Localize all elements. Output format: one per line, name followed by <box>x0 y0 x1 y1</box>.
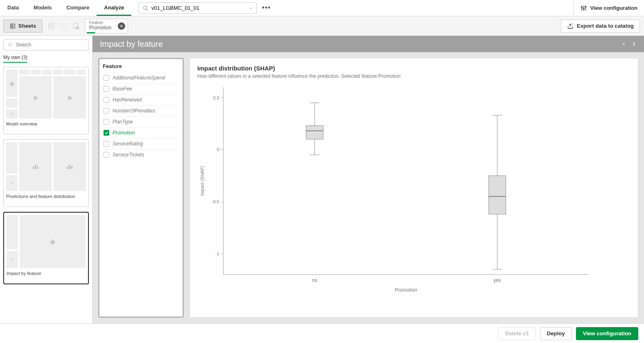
search-icon <box>142 5 149 11</box>
svg-point-7 <box>585 6 586 7</box>
tab-analyze[interactable]: Analyze <box>97 0 131 16</box>
svg-point-0 <box>143 6 147 9</box>
svg-text:no: no <box>312 277 318 283</box>
sidebar-search-input[interactable] <box>16 42 85 48</box>
sheets-button-label: Sheets <box>18 23 36 29</box>
view-configuration-button[interactable]: View configuration <box>576 327 638 340</box>
svg-rect-21 <box>33 167 34 169</box>
checkbox-icon <box>104 75 109 81</box>
chart-subtitle: How different values in a selected featu… <box>197 73 631 79</box>
feature-item[interactable]: AdditionalFeatureSpend <box>103 73 179 83</box>
svg-rect-25 <box>69 165 71 169</box>
feature-item[interactable]: BaseFee <box>103 83 179 94</box>
feature-item[interactable]: HasRenewed <box>103 94 179 105</box>
delete-button: Delete v1 <box>498 327 536 340</box>
feature-item[interactable]: ServiceTickets <box>103 149 179 160</box>
feature-item-label: ServiceTickets <box>112 152 144 158</box>
checkbox-icon <box>104 86 109 92</box>
sliders-icon <box>580 5 587 11</box>
feature-panel: Feature AdditionalFeatureSpendBaseFeeHas… <box>98 58 184 318</box>
checkbox-icon <box>104 130 109 136</box>
clear-selection-icon[interactable] <box>73 23 79 29</box>
more-menu[interactable]: ••• <box>262 4 271 12</box>
sheet-thumb[interactable]: ↗ Predictions and feature distribution <box>3 139 89 207</box>
sheet-thumb-caption: Impact by feature <box>7 270 86 281</box>
tab-compare[interactable]: Compare <box>59 0 97 16</box>
feature-item-label: PlanType <box>112 119 133 125</box>
my-own-tab[interactable]: My own (3) <box>3 55 27 63</box>
chevron-down-icon[interactable] <box>248 6 253 11</box>
sidebar-search[interactable] <box>3 39 89 51</box>
feature-item[interactable]: NumberOfPenalties <box>103 105 179 116</box>
feature-item[interactable]: Promotion <box>103 127 179 138</box>
filter-chip-feature[interactable]: Feature Promotion <box>85 19 128 33</box>
selection-back-icon[interactable] <box>48 23 55 29</box>
svg-point-19 <box>9 43 11 46</box>
search-icon <box>7 42 13 48</box>
sheets-icon <box>9 23 16 29</box>
model-search[interactable] <box>139 2 257 14</box>
checkbox-icon <box>104 97 109 103</box>
feature-panel-title: Feature <box>103 63 179 69</box>
svg-rect-43 <box>306 126 323 139</box>
svg-rect-10 <box>49 24 54 29</box>
model-search-input[interactable] <box>151 5 248 11</box>
sheet-thumb[interactable]: ↗ Model overview <box>3 67 89 134</box>
feature-item-label: AdditionalFeatureSpend <box>112 75 165 81</box>
export-data-button[interactable]: Export data to catalog <box>561 20 640 33</box>
checkbox-icon <box>104 152 109 158</box>
boxplot-chart[interactable]: 0.50-0.5-1Impact (SHAP)Promotionnoyes <box>197 83 631 311</box>
svg-point-3 <box>581 7 582 8</box>
view-configuration-label: View configuration <box>590 5 637 11</box>
svg-text:Impact (SHAP): Impact (SHAP) <box>200 166 205 196</box>
svg-rect-26 <box>71 166 73 169</box>
svg-text:Promotion: Promotion <box>395 287 417 293</box>
svg-line-1 <box>146 9 148 10</box>
selection-forward-icon[interactable] <box>60 23 67 29</box>
svg-rect-22 <box>35 165 36 169</box>
svg-rect-50 <box>489 176 506 214</box>
filter-chip-close[interactable] <box>118 22 125 30</box>
svg-rect-11 <box>61 24 66 29</box>
page-title: Impact by feature <box>100 40 163 49</box>
svg-text:0.5: 0.5 <box>213 95 219 100</box>
filter-chip-value: Promotion <box>89 25 114 31</box>
feature-item-label: NumberOfPenalties <box>112 108 155 114</box>
deploy-button[interactable]: Deploy <box>540 327 572 340</box>
view-configuration-top[interactable]: View configuration <box>580 5 637 11</box>
feature-item-label: Promotion <box>112 130 135 136</box>
chart-panel: Impact distribution (SHAP) How different… <box>190 58 638 318</box>
sheet-thumb-caption: Predictions and feature distribution <box>6 193 86 204</box>
svg-rect-23 <box>37 166 38 169</box>
svg-rect-24 <box>67 167 68 169</box>
checkbox-icon <box>104 141 109 147</box>
svg-text:0: 0 <box>217 147 219 152</box>
sheet-thumb[interactable]: ↗ Impact by feature <box>3 212 89 284</box>
export-button-label: Export data to catalog <box>577 23 634 29</box>
feature-item-label: BaseFee <box>112 86 132 92</box>
tab-data[interactable]: Data <box>0 0 26 16</box>
checkbox-icon <box>104 108 109 114</box>
export-icon <box>567 23 573 29</box>
prev-sheet[interactable] <box>621 41 627 47</box>
svg-point-5 <box>583 8 584 9</box>
feature-item[interactable]: PlanType <box>103 116 179 127</box>
feature-item-label: HasRenewed <box>112 97 142 103</box>
chart-title: Impact distribution (SHAP) <box>197 65 631 72</box>
next-sheet[interactable] <box>631 41 637 47</box>
feature-item-label: ServiceRating <box>112 141 143 147</box>
svg-text:-1: -1 <box>215 251 219 256</box>
svg-text:yes: yes <box>494 277 501 283</box>
filter-chip-label: Feature <box>89 21 114 25</box>
svg-line-20 <box>11 46 12 47</box>
checkbox-icon <box>104 119 109 125</box>
svg-text:-0.5: -0.5 <box>212 199 219 204</box>
sheets-button[interactable]: Sheets <box>3 20 42 33</box>
tab-models[interactable]: Models <box>26 0 59 16</box>
feature-item[interactable]: ServiceRating <box>103 138 179 149</box>
sheet-thumb-caption: Model overview <box>6 121 86 132</box>
